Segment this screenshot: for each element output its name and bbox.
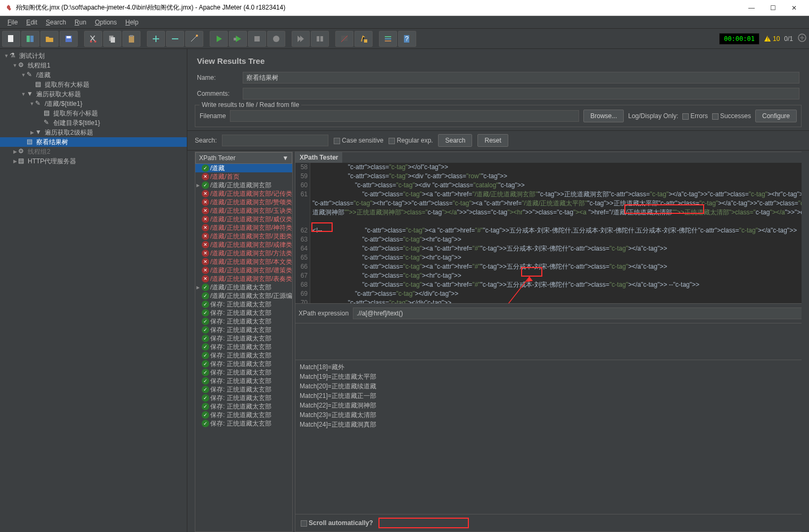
configure-button[interactable]: Configure xyxy=(755,110,797,122)
tb-start[interactable] xyxy=(210,31,228,47)
sample-row[interactable]: ✕/道藏/正统道藏洞玄部/本文类 xyxy=(195,257,292,266)
tree-node[interactable]: ▼测试计划 xyxy=(0,51,187,61)
tb-stop[interactable] xyxy=(248,31,266,47)
tb-shutdown[interactable] xyxy=(267,31,285,47)
tb-new[interactable] xyxy=(2,31,20,47)
maximize-button[interactable]: ☐ xyxy=(762,1,783,15)
svg-point-7 xyxy=(94,40,96,43)
reset-button[interactable]: Reset xyxy=(477,134,508,147)
test-plan-tree[interactable]: ▼测试计划▼线程组1▼/道藏提取所有大标题▼遍历获取大标题▼/道藏/${titl… xyxy=(0,49,187,532)
sample-row[interactable]: ✕/道藏/正统道藏洞玄部/灵图类 xyxy=(195,232,292,240)
sample-row[interactable]: ✓保存: 正统道藏太玄部 xyxy=(195,309,292,317)
menu-search[interactable]: Search xyxy=(42,18,70,27)
sample-row[interactable]: ▶✓/道藏/正统道藏洞玄部 xyxy=(195,181,292,189)
sample-row[interactable]: ✓保存: 正统道藏太玄部 xyxy=(195,326,292,334)
sample-row[interactable]: ✓保存: 正统道藏太玄部 xyxy=(195,402,292,411)
sample-row[interactable]: ✓保存: 正统道藏太玄部 xyxy=(195,394,292,402)
tab-xpath-tester[interactable]: XPath Tester xyxy=(295,152,342,163)
menu-help[interactable]: Help xyxy=(121,18,143,27)
tb-collapse[interactable] xyxy=(166,31,184,47)
sample-row[interactable]: ✕/道藏/正统道藏洞玄部/记传类 xyxy=(195,189,292,198)
sample-row[interactable]: ✓保存: 正统道藏太玄部 xyxy=(195,334,292,343)
name-label: Name: xyxy=(197,74,240,81)
tree-node[interactable]: 察看结果树 xyxy=(0,137,187,147)
tb-clear-all[interactable] xyxy=(354,31,373,47)
scroll-auto-checkbox[interactable]: Scroll automatically? xyxy=(301,519,373,527)
regex-checkbox[interactable]: Regular exp. xyxy=(389,137,433,144)
sample-row[interactable]: ✓保存: 正统道藏太玄部 xyxy=(195,377,292,385)
tb-function-helper[interactable]: ? xyxy=(398,31,416,47)
tb-search[interactable] xyxy=(379,31,397,47)
sample-row[interactable]: ✕/道藏/正统道藏洞玄部/神符类 xyxy=(195,223,292,232)
tree-node[interactable]: 提取所有小标题 xyxy=(0,109,187,118)
sample-row[interactable]: ✓保存: 正统道藏太玄部 xyxy=(195,360,292,368)
xpath-input[interactable] xyxy=(353,307,802,319)
sample-row[interactable]: ✓/道藏/正统道藏太玄部/正源编 xyxy=(195,292,292,300)
expand-icon[interactable] xyxy=(797,33,807,44)
sample-row[interactable]: ✕/道藏/正统道藏洞玄部/赞颂类 xyxy=(195,198,292,206)
funnel-icon xyxy=(35,128,44,137)
sample-row[interactable]: ✕/道藏/正统道藏洞玄部/表奏类 xyxy=(195,275,292,283)
sample-row[interactable]: ✕/道藏/正统道藏洞玄部/谱策类 xyxy=(195,266,292,275)
sample-row[interactable]: ✓保存: 正统道藏太玄部 xyxy=(195,317,292,326)
sample-row[interactable]: ✕/道藏/首页 xyxy=(195,172,292,181)
sample-row[interactable]: ✓保存: 正统道藏太玄部 xyxy=(195,419,292,428)
case-sensitive-checkbox[interactable]: Case sensitive xyxy=(334,137,383,144)
menu-edit[interactable]: Edit xyxy=(22,18,42,27)
search-button[interactable]: Search xyxy=(438,134,472,147)
sample-row[interactable]: ✓保存: 正统道藏太玄部 xyxy=(195,300,292,309)
minimize-button[interactable]: — xyxy=(741,1,762,15)
tree-node[interactable]: ▼遍历获取大标题 xyxy=(0,89,187,99)
pass-icon: ✓ xyxy=(202,403,209,410)
tb-expand[interactable] xyxy=(147,31,165,47)
sample-row[interactable]: ✓保存: 正统道藏太玄部 xyxy=(195,385,292,394)
menu-options[interactable]: Options xyxy=(90,18,121,27)
tree-node[interactable]: ▶线程组2 xyxy=(0,147,187,156)
tree-node[interactable]: ▶遍历获取2级标题 xyxy=(0,128,187,137)
tree-node[interactable]: ▼/道藏 xyxy=(0,70,187,80)
tb-open[interactable] xyxy=(40,31,59,47)
tb-start-no-timers[interactable] xyxy=(229,31,247,47)
tb-remote-stop[interactable] xyxy=(311,31,329,47)
sample-row[interactable]: ✓保存: 正统道藏太玄部 xyxy=(195,411,292,419)
tree-node[interactable]: ▼/道藏/${title1} xyxy=(0,99,187,109)
tb-clear[interactable] xyxy=(335,31,353,47)
matches-output[interactable]: Match[18]=藏外Match[19]=正统道藏太平部Match[20]=正… xyxy=(295,360,802,514)
tree-node[interactable]: 创建目录${title1} xyxy=(0,118,187,128)
comments-input[interactable] xyxy=(243,88,799,99)
tb-remote-start[interactable] xyxy=(292,31,310,47)
sample-row[interactable]: ✕/道藏/正统道藏洞玄部/玉诀类 xyxy=(195,206,292,215)
menu-file[interactable]: FFileile xyxy=(3,18,22,27)
close-button[interactable]: ✕ xyxy=(783,1,805,15)
sample-row[interactable]: ✓保存: 正统道藏太玄部 xyxy=(195,368,292,377)
tb-paste[interactable] xyxy=(122,31,141,47)
tb-copy[interactable] xyxy=(103,31,121,47)
successes-checkbox[interactable]: Successes xyxy=(712,112,751,120)
sample-row[interactable]: ✓保存: 正统道藏太玄部 xyxy=(195,351,292,360)
tb-save[interactable] xyxy=(60,31,78,47)
sample-row[interactable]: ✕/道藏/正统道藏洞玄部/方法类 xyxy=(195,249,292,257)
errors-checkbox[interactable]: Errors xyxy=(682,112,708,120)
fail-icon: ✕ xyxy=(202,275,209,282)
pass-icon: ✓ xyxy=(202,369,209,376)
browse-button[interactable]: Browse... xyxy=(583,110,624,122)
sample-row[interactable]: ✕/道藏/正统道藏洞玄部/戒律类 xyxy=(195,240,292,249)
sample-row[interactable]: ▶✓/道藏/正统道藏太玄部 xyxy=(195,283,292,292)
sample-row[interactable]: ✕/道藏/正统道藏洞玄部/威仪类 xyxy=(195,215,292,223)
menu-run[interactable]: Run xyxy=(70,18,90,27)
sample-row[interactable]: ✓保存: 正统道藏太玄部 xyxy=(195,343,292,351)
tree-node[interactable]: ▶HTTP代理服务器 xyxy=(0,156,187,166)
sample-row[interactable]: ✓/道藏 xyxy=(195,164,292,172)
name-input[interactable] xyxy=(243,72,799,84)
response-code-area[interactable]: 585960616263646566676869707172 "c-attr">… xyxy=(295,163,802,303)
tree-node[interactable]: 提取所有大标题 xyxy=(0,80,187,89)
tree-node[interactable]: ▼线程组1 xyxy=(0,61,187,70)
tb-cut[interactable] xyxy=(84,31,102,47)
renderer-dropdown[interactable]: XPath Tester▼ xyxy=(195,152,292,164)
tb-templates[interactable] xyxy=(21,31,39,47)
tb-toggle[interactable] xyxy=(185,31,203,47)
sample-results-list[interactable]: ✓/道藏✕/道藏/首页▶✓/道藏/正统道藏洞玄部✕/道藏/正统道藏洞玄部/记传类… xyxy=(195,164,292,531)
warning-count[interactable]: !10 xyxy=(764,35,780,43)
filename-input[interactable] xyxy=(230,110,579,122)
search-input[interactable] xyxy=(222,135,328,146)
